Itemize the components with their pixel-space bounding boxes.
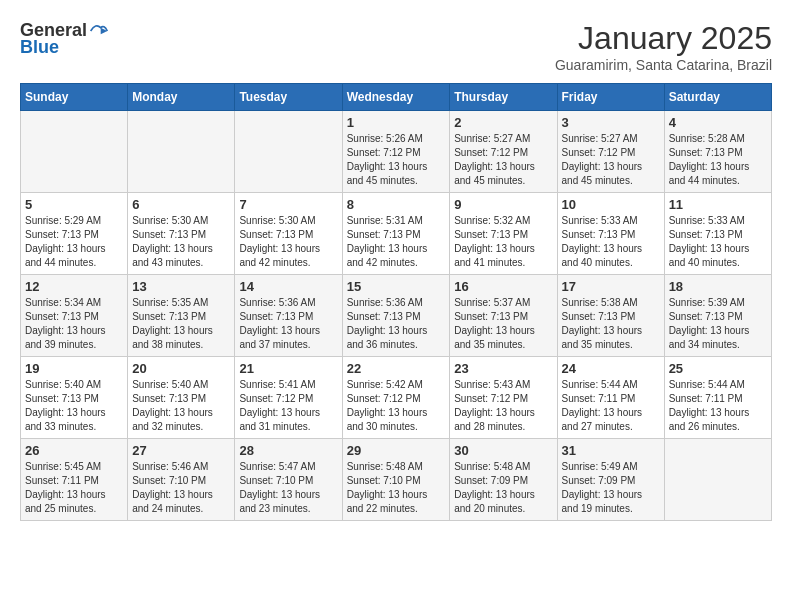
day-number: 28 xyxy=(239,443,337,458)
calendar-cell: 29Sunrise: 5:48 AM Sunset: 7:10 PM Dayli… xyxy=(342,439,450,521)
calendar-cell: 27Sunrise: 5:46 AM Sunset: 7:10 PM Dayli… xyxy=(128,439,235,521)
day-info: Sunrise: 5:41 AM Sunset: 7:12 PM Dayligh… xyxy=(239,378,337,434)
location-subtitle: Guaramirim, Santa Catarina, Brazil xyxy=(555,57,772,73)
week-row-5: 26Sunrise: 5:45 AM Sunset: 7:11 PM Dayli… xyxy=(21,439,772,521)
title-block: January 2025 Guaramirim, Santa Catarina,… xyxy=(555,20,772,73)
calendar-cell xyxy=(235,111,342,193)
day-info: Sunrise: 5:36 AM Sunset: 7:13 PM Dayligh… xyxy=(239,296,337,352)
calendar-cell: 25Sunrise: 5:44 AM Sunset: 7:11 PM Dayli… xyxy=(664,357,771,439)
day-number: 7 xyxy=(239,197,337,212)
day-number: 21 xyxy=(239,361,337,376)
day-number: 2 xyxy=(454,115,552,130)
calendar-cell: 5Sunrise: 5:29 AM Sunset: 7:13 PM Daylig… xyxy=(21,193,128,275)
calendar-cell: 9Sunrise: 5:32 AM Sunset: 7:13 PM Daylig… xyxy=(450,193,557,275)
month-year-title: January 2025 xyxy=(555,20,772,57)
weekday-header-friday: Friday xyxy=(557,84,664,111)
day-number: 18 xyxy=(669,279,767,294)
calendar-cell: 15Sunrise: 5:36 AM Sunset: 7:13 PM Dayli… xyxy=(342,275,450,357)
day-info: Sunrise: 5:37 AM Sunset: 7:13 PM Dayligh… xyxy=(454,296,552,352)
day-number: 5 xyxy=(25,197,123,212)
logo: General Blue xyxy=(20,20,109,58)
day-info: Sunrise: 5:46 AM Sunset: 7:10 PM Dayligh… xyxy=(132,460,230,516)
day-number: 13 xyxy=(132,279,230,294)
calendar-cell: 7Sunrise: 5:30 AM Sunset: 7:13 PM Daylig… xyxy=(235,193,342,275)
day-number: 15 xyxy=(347,279,446,294)
day-number: 26 xyxy=(25,443,123,458)
day-info: Sunrise: 5:39 AM Sunset: 7:13 PM Dayligh… xyxy=(669,296,767,352)
calendar-cell xyxy=(664,439,771,521)
calendar-cell: 23Sunrise: 5:43 AM Sunset: 7:12 PM Dayli… xyxy=(450,357,557,439)
day-number: 4 xyxy=(669,115,767,130)
day-number: 27 xyxy=(132,443,230,458)
day-number: 16 xyxy=(454,279,552,294)
day-info: Sunrise: 5:33 AM Sunset: 7:13 PM Dayligh… xyxy=(669,214,767,270)
calendar-cell: 31Sunrise: 5:49 AM Sunset: 7:09 PM Dayli… xyxy=(557,439,664,521)
week-row-4: 19Sunrise: 5:40 AM Sunset: 7:13 PM Dayli… xyxy=(21,357,772,439)
day-info: Sunrise: 5:30 AM Sunset: 7:13 PM Dayligh… xyxy=(132,214,230,270)
weekday-header-monday: Monday xyxy=(128,84,235,111)
calendar-cell xyxy=(128,111,235,193)
day-info: Sunrise: 5:33 AM Sunset: 7:13 PM Dayligh… xyxy=(562,214,660,270)
day-info: Sunrise: 5:48 AM Sunset: 7:09 PM Dayligh… xyxy=(454,460,552,516)
day-number: 25 xyxy=(669,361,767,376)
weekday-header-tuesday: Tuesday xyxy=(235,84,342,111)
day-number: 14 xyxy=(239,279,337,294)
day-number: 1 xyxy=(347,115,446,130)
calendar-cell: 12Sunrise: 5:34 AM Sunset: 7:13 PM Dayli… xyxy=(21,275,128,357)
day-info: Sunrise: 5:27 AM Sunset: 7:12 PM Dayligh… xyxy=(562,132,660,188)
day-number: 9 xyxy=(454,197,552,212)
weekday-header-saturday: Saturday xyxy=(664,84,771,111)
day-info: Sunrise: 5:34 AM Sunset: 7:13 PM Dayligh… xyxy=(25,296,123,352)
week-row-1: 1Sunrise: 5:26 AM Sunset: 7:12 PM Daylig… xyxy=(21,111,772,193)
day-number: 30 xyxy=(454,443,552,458)
day-info: Sunrise: 5:28 AM Sunset: 7:13 PM Dayligh… xyxy=(669,132,767,188)
calendar-cell: 8Sunrise: 5:31 AM Sunset: 7:13 PM Daylig… xyxy=(342,193,450,275)
calendar-cell: 18Sunrise: 5:39 AM Sunset: 7:13 PM Dayli… xyxy=(664,275,771,357)
day-info: Sunrise: 5:40 AM Sunset: 7:13 PM Dayligh… xyxy=(25,378,123,434)
day-info: Sunrise: 5:31 AM Sunset: 7:13 PM Dayligh… xyxy=(347,214,446,270)
day-number: 11 xyxy=(669,197,767,212)
day-info: Sunrise: 5:32 AM Sunset: 7:13 PM Dayligh… xyxy=(454,214,552,270)
day-number: 22 xyxy=(347,361,446,376)
calendar-cell xyxy=(21,111,128,193)
calendar-cell: 2Sunrise: 5:27 AM Sunset: 7:12 PM Daylig… xyxy=(450,111,557,193)
calendar-cell: 11Sunrise: 5:33 AM Sunset: 7:13 PM Dayli… xyxy=(664,193,771,275)
calendar-cell: 26Sunrise: 5:45 AM Sunset: 7:11 PM Dayli… xyxy=(21,439,128,521)
day-number: 19 xyxy=(25,361,123,376)
weekday-header-row: SundayMondayTuesdayWednesdayThursdayFrid… xyxy=(21,84,772,111)
day-info: Sunrise: 5:45 AM Sunset: 7:11 PM Dayligh… xyxy=(25,460,123,516)
week-row-2: 5Sunrise: 5:29 AM Sunset: 7:13 PM Daylig… xyxy=(21,193,772,275)
day-info: Sunrise: 5:38 AM Sunset: 7:13 PM Dayligh… xyxy=(562,296,660,352)
weekday-header-wednesday: Wednesday xyxy=(342,84,450,111)
day-number: 31 xyxy=(562,443,660,458)
day-number: 20 xyxy=(132,361,230,376)
calendar-table: SundayMondayTuesdayWednesdayThursdayFrid… xyxy=(20,83,772,521)
day-info: Sunrise: 5:44 AM Sunset: 7:11 PM Dayligh… xyxy=(669,378,767,434)
day-info: Sunrise: 5:44 AM Sunset: 7:11 PM Dayligh… xyxy=(562,378,660,434)
weekday-header-sunday: Sunday xyxy=(21,84,128,111)
day-info: Sunrise: 5:42 AM Sunset: 7:12 PM Dayligh… xyxy=(347,378,446,434)
calendar-cell: 21Sunrise: 5:41 AM Sunset: 7:12 PM Dayli… xyxy=(235,357,342,439)
day-info: Sunrise: 5:26 AM Sunset: 7:12 PM Dayligh… xyxy=(347,132,446,188)
calendar-cell: 16Sunrise: 5:37 AM Sunset: 7:13 PM Dayli… xyxy=(450,275,557,357)
day-number: 3 xyxy=(562,115,660,130)
calendar-cell: 10Sunrise: 5:33 AM Sunset: 7:13 PM Dayli… xyxy=(557,193,664,275)
day-info: Sunrise: 5:29 AM Sunset: 7:13 PM Dayligh… xyxy=(25,214,123,270)
day-number: 29 xyxy=(347,443,446,458)
day-number: 6 xyxy=(132,197,230,212)
day-info: Sunrise: 5:43 AM Sunset: 7:12 PM Dayligh… xyxy=(454,378,552,434)
calendar-cell: 20Sunrise: 5:40 AM Sunset: 7:13 PM Dayli… xyxy=(128,357,235,439)
day-info: Sunrise: 5:35 AM Sunset: 7:13 PM Dayligh… xyxy=(132,296,230,352)
day-number: 10 xyxy=(562,197,660,212)
day-info: Sunrise: 5:49 AM Sunset: 7:09 PM Dayligh… xyxy=(562,460,660,516)
calendar-cell: 1Sunrise: 5:26 AM Sunset: 7:12 PM Daylig… xyxy=(342,111,450,193)
day-info: Sunrise: 5:27 AM Sunset: 7:12 PM Dayligh… xyxy=(454,132,552,188)
calendar-cell: 14Sunrise: 5:36 AM Sunset: 7:13 PM Dayli… xyxy=(235,275,342,357)
calendar-cell: 17Sunrise: 5:38 AM Sunset: 7:13 PM Dayli… xyxy=(557,275,664,357)
calendar-cell: 19Sunrise: 5:40 AM Sunset: 7:13 PM Dayli… xyxy=(21,357,128,439)
page-header: General Blue January 2025 Guaramirim, Sa… xyxy=(20,20,772,73)
day-info: Sunrise: 5:30 AM Sunset: 7:13 PM Dayligh… xyxy=(239,214,337,270)
day-number: 17 xyxy=(562,279,660,294)
calendar-cell: 30Sunrise: 5:48 AM Sunset: 7:09 PM Dayli… xyxy=(450,439,557,521)
day-info: Sunrise: 5:36 AM Sunset: 7:13 PM Dayligh… xyxy=(347,296,446,352)
